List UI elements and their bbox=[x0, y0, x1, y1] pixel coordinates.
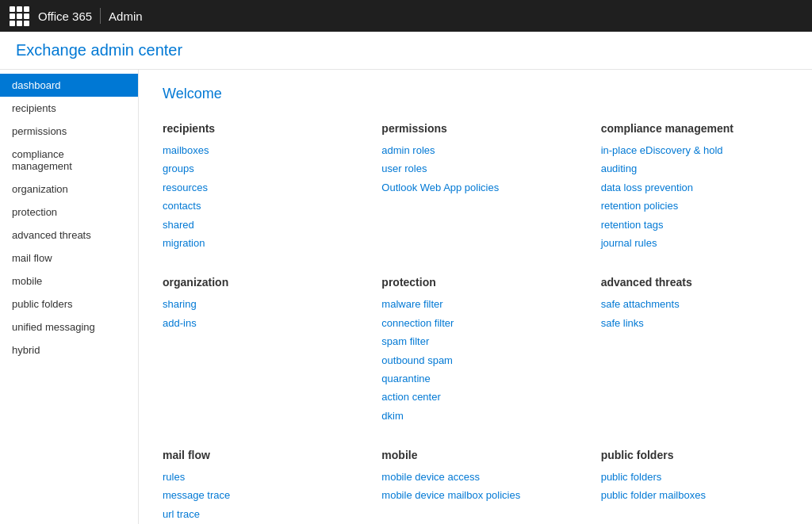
link-in-place-ediscovery--hold[interactable]: in-place eDiscovery & hold bbox=[601, 141, 788, 159]
link-mobile-device-mailbox-policies[interactable]: mobile device mailbox policies bbox=[381, 486, 569, 504]
link-outbound-spam[interactable]: outbound spam bbox=[381, 351, 569, 369]
link-contacts[interactable]: contacts bbox=[163, 197, 350, 215]
waffle-dot bbox=[24, 21, 29, 26]
waffle-icon[interactable] bbox=[8, 5, 30, 27]
link-shared[interactable]: shared bbox=[163, 216, 350, 234]
sidebar-item-permissions[interactable]: permissions bbox=[0, 120, 138, 143]
sidebar-item-organization[interactable]: organization bbox=[0, 178, 138, 201]
section-title-compliance-management: compliance management bbox=[601, 122, 788, 135]
section-permissions: permissionsadmin rolesuser rolesOutlook … bbox=[381, 122, 569, 252]
link-message-trace[interactable]: message trace bbox=[163, 486, 350, 504]
waffle-dot bbox=[17, 21, 22, 26]
link-spam-filter[interactable]: spam filter bbox=[381, 332, 569, 350]
section-title-mobile: mobile bbox=[381, 449, 569, 461]
section-organization: organizationsharingadd-ins bbox=[163, 276, 350, 425]
link-public-folders[interactable]: public folders bbox=[601, 468, 788, 486]
section-compliance-management: compliance managementin-place eDiscovery… bbox=[601, 122, 788, 252]
link-data-loss-prevention[interactable]: data loss prevention bbox=[601, 178, 788, 197]
link-sharing[interactable]: sharing bbox=[163, 295, 350, 313]
link-safe-links[interactable]: safe links bbox=[601, 314, 788, 332]
link-action-center[interactable]: action center bbox=[381, 388, 569, 406]
section-title-organization: organization bbox=[163, 276, 350, 289]
sidebar-item-mail-flow[interactable]: mail flow bbox=[0, 247, 138, 270]
main-content: Welcome recipientsmailboxesgroupsresourc… bbox=[139, 70, 812, 524]
section-mail-flow: mail flowrulesmessage traceurl traceacce… bbox=[163, 449, 350, 524]
section-recipients: recipientsmailboxesgroupsresourcescontac… bbox=[163, 122, 350, 252]
waffle-dot bbox=[10, 6, 15, 12]
section-protection: protectionmalware filterconnection filte… bbox=[381, 276, 569, 425]
link-groups[interactable]: groups bbox=[163, 159, 350, 178]
section-title-permissions: permissions bbox=[381, 122, 569, 135]
link-malware-filter[interactable]: malware filter bbox=[381, 295, 569, 313]
top-bar: Office 365 Admin bbox=[0, 0, 812, 32]
waffle-dot bbox=[17, 13, 22, 19]
link-rules[interactable]: rules bbox=[163, 468, 350, 486]
top-bar-left: Office 365 Admin bbox=[8, 5, 143, 27]
sidebar-item-compliance-management[interactable]: compliance management bbox=[0, 143, 138, 178]
section-mobile: mobilemobile device accessmobile device … bbox=[381, 449, 569, 524]
section-title-mail-flow: mail flow bbox=[163, 449, 350, 461]
page-container: Exchange admin center dashboardrecipient… bbox=[0, 32, 812, 524]
admin-label: Admin bbox=[109, 10, 143, 23]
link-admin-roles[interactable]: admin roles bbox=[381, 141, 569, 159]
link-user-roles[interactable]: user roles bbox=[381, 159, 569, 178]
welcome-title: Welcome bbox=[163, 86, 788, 102]
link-url-trace[interactable]: url trace bbox=[163, 505, 350, 523]
content-area: dashboardrecipientspermissionscompliance… bbox=[0, 70, 812, 524]
sidebar-item-protection[interactable]: protection bbox=[0, 201, 138, 224]
page-title: Exchange admin center bbox=[0, 32, 812, 70]
waffle-dot bbox=[24, 6, 29, 12]
sidebar-item-unified-messaging[interactable]: unified messaging bbox=[0, 316, 138, 338]
link-retention-tags[interactable]: retention tags bbox=[601, 216, 788, 234]
link-quarantine[interactable]: quarantine bbox=[381, 369, 569, 388]
waffle-dot bbox=[17, 6, 22, 12]
waffle-dot bbox=[24, 13, 29, 19]
link-migration[interactable]: migration bbox=[163, 234, 350, 252]
sidebar-item-hybrid[interactable]: hybrid bbox=[0, 338, 138, 361]
link-mailboxes[interactable]: mailboxes bbox=[163, 141, 350, 159]
sidebar-item-public-folders[interactable]: public folders bbox=[0, 293, 138, 316]
link-add-ins[interactable]: add-ins bbox=[163, 314, 350, 332]
link-resources[interactable]: resources bbox=[163, 178, 350, 197]
link-safe-attachments[interactable]: safe attachments bbox=[601, 295, 788, 313]
top-bar-divider bbox=[100, 8, 101, 24]
sidebar-item-dashboard[interactable]: dashboard bbox=[0, 74, 138, 97]
app-name: Office 365 bbox=[38, 10, 92, 23]
dashboard-grid: recipientsmailboxesgroupsresourcescontac… bbox=[163, 122, 788, 524]
link-auditing[interactable]: auditing bbox=[601, 159, 788, 178]
section-advanced-threats: advanced threatssafe attachmentssafe lin… bbox=[601, 276, 788, 425]
section-title-recipients: recipients bbox=[163, 122, 350, 135]
link-dkim[interactable]: dkim bbox=[381, 407, 569, 425]
link-outlook-web-app-policies[interactable]: Outlook Web App policies bbox=[381, 178, 569, 197]
link-retention-policies[interactable]: retention policies bbox=[601, 197, 788, 215]
sidebar-item-advanced-threats[interactable]: advanced threats bbox=[0, 224, 138, 247]
waffle-dot bbox=[10, 21, 15, 26]
section-title-public-folders: public folders bbox=[601, 449, 788, 461]
link-journal-rules[interactable]: journal rules bbox=[601, 234, 788, 252]
link-connection-filter[interactable]: connection filter bbox=[381, 314, 569, 332]
section-title-protection: protection bbox=[381, 276, 569, 289]
section-public-folders: public folderspublic folderspublic folde… bbox=[601, 449, 788, 524]
link-mobile-device-access[interactable]: mobile device access bbox=[381, 468, 569, 486]
waffle-dot bbox=[10, 13, 15, 19]
section-title-advanced-threats: advanced threats bbox=[601, 276, 788, 289]
link-public-folder-mailboxes[interactable]: public folder mailboxes bbox=[601, 486, 788, 504]
sidebar: dashboardrecipientspermissionscompliance… bbox=[0, 70, 139, 524]
sidebar-item-recipients[interactable]: recipients bbox=[0, 97, 138, 120]
sidebar-item-mobile[interactable]: mobile bbox=[0, 270, 138, 293]
